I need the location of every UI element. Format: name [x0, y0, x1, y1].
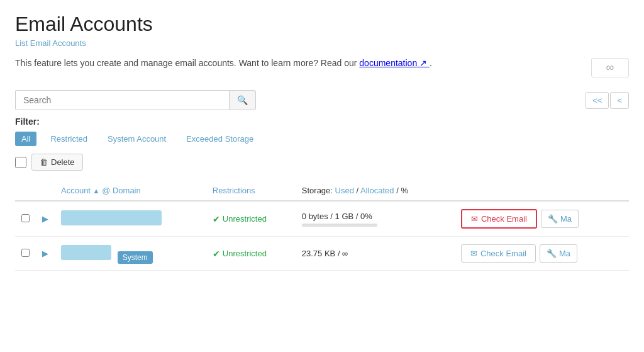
table-row: ▶ ✔ Unrestricted 0 bytes / 1 GB / 0%	[15, 201, 629, 237]
row2-storage-cell: 23.75 KB / ∞	[296, 237, 455, 271]
infinity-display: ∞	[591, 58, 629, 77]
filter-all-button[interactable]: All	[15, 132, 36, 146]
delete-button[interactable]: 🗑 Delete	[31, 154, 83, 171]
row2-checkbox-cell	[15, 237, 36, 271]
row1-check-icon: ✔	[213, 214, 220, 224]
th-actions	[455, 181, 629, 201]
pagination-prev-button[interactable]: <	[610, 92, 629, 109]
th-checkbox	[15, 181, 36, 201]
description-row: This feature lets you create and manage …	[15, 58, 629, 77]
documentation-link[interactable]: documentation ↗	[359, 58, 430, 68]
row1-expand-arrow[interactable]: ▶	[42, 214, 48, 224]
search-input[interactable]	[15, 90, 229, 110]
search-row: 🔍 << <	[15, 90, 629, 110]
filter-label: Filter:	[15, 116, 629, 127]
row1-restriction-label: Unrestricted	[223, 214, 267, 224]
row1-expand-cell: ▶	[36, 201, 55, 237]
th-account: Account ▲ @ Domain	[55, 181, 206, 201]
th-storage: Storage: Used / Allocated / %	[296, 181, 455, 201]
pagination-controls: << <	[586, 92, 629, 109]
row1-check-email-button[interactable]: ✉ Check Email	[461, 209, 537, 229]
filter-exceeded-storage-button[interactable]: Exceeded Storage	[180, 132, 260, 146]
search-button[interactable]: 🔍	[229, 90, 256, 110]
external-link-icon: ↗	[419, 58, 427, 68]
row2-account-cell: System	[55, 237, 206, 271]
breadcrumb: List Email Accounts	[15, 38, 629, 48]
row2-account-bar	[61, 245, 111, 260]
row1-restriction-cell: ✔ Unrestricted	[206, 201, 296, 237]
row1-manage-icon: 🔧	[548, 214, 558, 224]
row1-account-bar	[61, 210, 162, 225]
table-row: ▶ System ✔ Unrestricted 23.75 KB / ∞ ✉	[15, 237, 629, 271]
row2-expand-arrow[interactable]: ▶	[42, 249, 48, 258]
row1-storage-bar-container	[302, 224, 377, 227]
page-title: Email Accounts	[15, 13, 629, 36]
row1-actions-cell: ✉ Check Email 🔧 Ma	[455, 201, 629, 237]
row1-storage-text: 0 bytes / 1 GB / 0%	[302, 212, 448, 221]
row2-check-email-icon: ✉	[470, 249, 477, 258]
filter-row: All Restricted System Account Exceeded S…	[15, 132, 629, 146]
sort-arrow-icon: ▲	[93, 187, 100, 195]
row2-restriction-cell: ✔ Unrestricted	[206, 237, 296, 271]
row1-manage-button[interactable]: 🔧 Ma	[541, 210, 579, 228]
row2-check-icon: ✔	[213, 249, 220, 259]
row2-storage-text: 23.75 KB / ∞	[302, 249, 448, 258]
th-expand	[36, 181, 55, 201]
row1-storage-cell: 0 bytes / 1 GB / 0%	[296, 201, 455, 237]
description-text: This feature lets you create and manage …	[15, 58, 432, 68]
trash-icon: 🗑	[40, 157, 48, 167]
row2-system-badge: System	[118, 251, 153, 264]
row2-checkbox[interactable]	[21, 249, 30, 257]
row2-manage-button[interactable]: 🔧 Ma	[540, 244, 577, 263]
row2-expand-cell: ▶	[36, 237, 55, 271]
row2-restriction-label: Unrestricted	[223, 249, 267, 258]
pagination-first-button[interactable]: <<	[586, 92, 609, 109]
row2-actions-cell: ✉ Check Email 🔧 Ma	[455, 237, 629, 271]
row2-check-email-button[interactable]: ✉ Check Email	[461, 244, 536, 263]
row1-checkbox-cell	[15, 201, 36, 237]
row1-check-email-icon: ✉	[471, 214, 478, 224]
th-restrictions: Restrictions	[206, 181, 296, 201]
row2-manage-icon: 🔧	[547, 249, 557, 258]
filter-system-account-button[interactable]: System Account	[101, 132, 172, 146]
toolbar-row: 🗑 Delete	[15, 154, 629, 171]
accounts-table: Account ▲ @ Domain Restrictions Storage:…	[15, 181, 629, 271]
row1-account-cell	[55, 201, 206, 237]
description-content: This feature lets you create and manage …	[15, 58, 357, 68]
search-icon: 🔍	[237, 95, 248, 105]
search-group: 🔍	[15, 90, 256, 110]
row1-checkbox[interactable]	[21, 214, 30, 222]
filter-restricted-button[interactable]: Restricted	[44, 132, 94, 146]
table-header: Account ▲ @ Domain Restrictions Storage:…	[15, 181, 629, 201]
select-all-checkbox[interactable]	[15, 157, 26, 168]
